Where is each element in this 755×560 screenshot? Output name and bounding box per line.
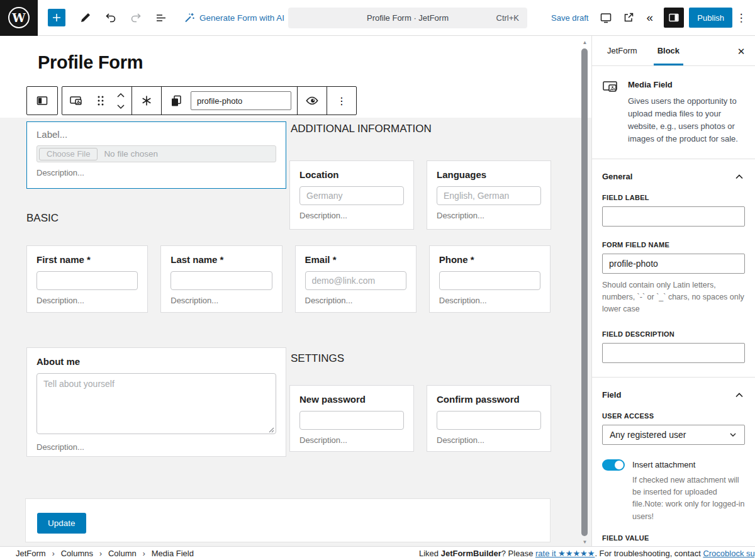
list-view-icon xyxy=(154,11,168,25)
field-card-last-name[interactable]: Last name * Description... xyxy=(160,245,282,313)
media-field-block-selected[interactable]: Label... Choose File No file chosen Desc… xyxy=(26,121,286,189)
languages-input[interactable] xyxy=(437,186,541,205)
field-card-new-password[interactable]: New password Description... xyxy=(289,385,414,452)
scroll-down-arrow-icon[interactable]: ▼ xyxy=(581,539,589,545)
media-field-block-button[interactable] xyxy=(62,87,91,115)
required-toggle-button[interactable] xyxy=(132,87,161,115)
move-down-button[interactable] xyxy=(111,101,130,111)
canvas-scrollbar[interactable]: ▲ ▼ xyxy=(581,36,589,546)
panel-field: Field USER ACCESS Any registered user In… xyxy=(592,377,755,546)
field-description-input[interactable] xyxy=(602,343,745,363)
command-palette-shortcut: Ctrl+K xyxy=(496,13,519,23)
form-field-name-input[interactable] xyxy=(602,254,745,274)
list-view-button[interactable] xyxy=(148,5,174,30)
breadcrumb-jetform[interactable]: JetForm xyxy=(16,549,46,558)
file-upload-input[interactable]: Choose File No file chosen xyxy=(36,145,276,162)
redo-button[interactable] xyxy=(123,5,148,30)
tab-block[interactable]: Block xyxy=(647,36,690,65)
heading-basic[interactable]: BASIC xyxy=(26,212,59,225)
phone-input[interactable] xyxy=(439,271,540,290)
scrollbar-thumb[interactable] xyxy=(581,48,588,536)
field-card-about-me[interactable]: About me Description... xyxy=(26,347,286,457)
panel-general: General FIELD LABEL FORM FIELD NAME Shou… xyxy=(592,159,755,377)
block-info-card: Media Field Gives users the opportunity … xyxy=(592,66,755,159)
field-card-phone[interactable]: Phone * Description... xyxy=(429,245,551,313)
undo-icon xyxy=(104,11,118,25)
new-password-input[interactable] xyxy=(299,411,404,430)
preview-button[interactable] xyxy=(595,6,617,29)
pencil-icon xyxy=(79,11,92,25)
form-field-name-label: FORM FIELD NAME xyxy=(602,241,745,249)
media-field-label-placeholder[interactable]: Label... xyxy=(36,129,276,140)
settings-sidebar-toggle[interactable] xyxy=(664,8,684,28)
columns-icon xyxy=(35,93,50,108)
update-button[interactable]: Update xyxy=(37,513,86,534)
drag-handle[interactable] xyxy=(91,87,110,115)
breadcrumb-column[interactable]: Column xyxy=(108,549,137,558)
duplicate-field-button[interactable] xyxy=(162,87,191,115)
sidebar-tabs: JetForm Block ✕ xyxy=(592,36,755,66)
view-post-button[interactable] xyxy=(617,6,640,29)
editor-top-bar: W Generate Form with AI Profile Form · J… xyxy=(0,0,755,36)
field-card-languages[interactable]: Languages Description... xyxy=(427,160,551,230)
block-inserter-button[interactable] xyxy=(48,9,65,26)
chevron-up-icon xyxy=(734,171,745,182)
close-icon[interactable]: ✕ xyxy=(734,44,749,59)
insert-attachment-toggle[interactable] xyxy=(602,459,625,471)
user-access-select[interactable]: Any registered user xyxy=(602,425,745,445)
confirm-password-input[interactable] xyxy=(437,411,541,430)
heading-settings[interactable]: SETTINGS xyxy=(291,352,344,365)
field-card-confirm-password[interactable]: Confirm password Description... xyxy=(427,385,551,452)
block-description: Gives users the opportunity to upload me… xyxy=(628,95,745,146)
panel-field-header[interactable]: Field xyxy=(602,387,745,403)
breadcrumb-columns[interactable]: Columns xyxy=(61,549,93,558)
rate-it-link[interactable]: rate it ★★★★★ xyxy=(535,549,595,558)
eye-icon xyxy=(304,92,320,109)
command-palette[interactable]: Profile Form · JetForm Ctrl+K xyxy=(288,8,527,28)
post-title[interactable]: Profile Form xyxy=(38,52,591,73)
generate-form-ai-button[interactable]: Generate Form with AI xyxy=(184,12,284,23)
field-label-input[interactable] xyxy=(602,206,745,227)
redo-icon xyxy=(129,11,143,25)
external-link-icon xyxy=(622,11,635,25)
workspace: Profile Form xyxy=(0,36,755,546)
location-input[interactable] xyxy=(299,186,404,205)
submit-block[interactable]: Update xyxy=(25,498,551,542)
editor-canvas: Profile Form xyxy=(0,36,591,546)
tab-jetform[interactable]: JetForm xyxy=(597,36,647,65)
undo-button[interactable] xyxy=(98,5,123,30)
breadcrumb-separator: › xyxy=(52,549,55,558)
scroll-up-arrow-icon[interactable]: ▲ xyxy=(581,40,589,45)
basic-fields-row: First name * Description... Last name * … xyxy=(26,245,551,313)
options-menu-button[interactable]: ⋮ xyxy=(732,11,750,25)
media-field-description-placeholder[interactable]: Description... xyxy=(36,168,276,177)
publish-button[interactable]: Publish xyxy=(689,8,732,28)
save-draft-button[interactable]: Save draft xyxy=(551,13,588,23)
email-input[interactable] xyxy=(305,271,406,290)
last-name-input[interactable] xyxy=(171,271,272,290)
visibility-button[interactable] xyxy=(298,87,327,115)
collapse-icon[interactable]: « xyxy=(640,6,659,29)
panel-general-header[interactable]: General xyxy=(602,169,745,185)
field-card-first-name[interactable]: First name * Description... xyxy=(26,245,148,313)
breadcrumb-separator: › xyxy=(99,549,102,558)
crocoblock-support-link[interactable]: Crocoblock support xyxy=(703,549,755,558)
field-name-input[interactable] xyxy=(191,91,291,110)
tools-button[interactable] xyxy=(73,5,98,30)
choose-file-button[interactable]: Choose File xyxy=(39,148,98,160)
heading-additional-information[interactable]: ADDITIONAL INFORMATION xyxy=(291,123,432,135)
field-card-email[interactable]: Email * Description... xyxy=(295,245,417,313)
breadcrumb-media-field[interactable]: Media Field xyxy=(152,549,194,558)
about-me-textarea[interactable] xyxy=(36,373,276,434)
first-name-input[interactable] xyxy=(36,271,138,290)
chevron-up-icon xyxy=(116,92,125,98)
block-options-button[interactable]: ⋮ xyxy=(327,87,356,115)
select-parent-columns-button[interactable] xyxy=(28,93,57,108)
top-bar-actions: Save draft « Publish ⋮ xyxy=(551,6,755,29)
wordpress-logo[interactable]: W xyxy=(0,0,38,36)
info-fields-row: Location Description... Languages Descri… xyxy=(289,160,551,230)
form-field-name-help: Should contain only Latin letters, numbe… xyxy=(602,279,745,316)
field-card-location[interactable]: Location Description... xyxy=(289,160,414,230)
move-up-button[interactable] xyxy=(111,90,130,100)
media-field-icon xyxy=(69,92,85,109)
